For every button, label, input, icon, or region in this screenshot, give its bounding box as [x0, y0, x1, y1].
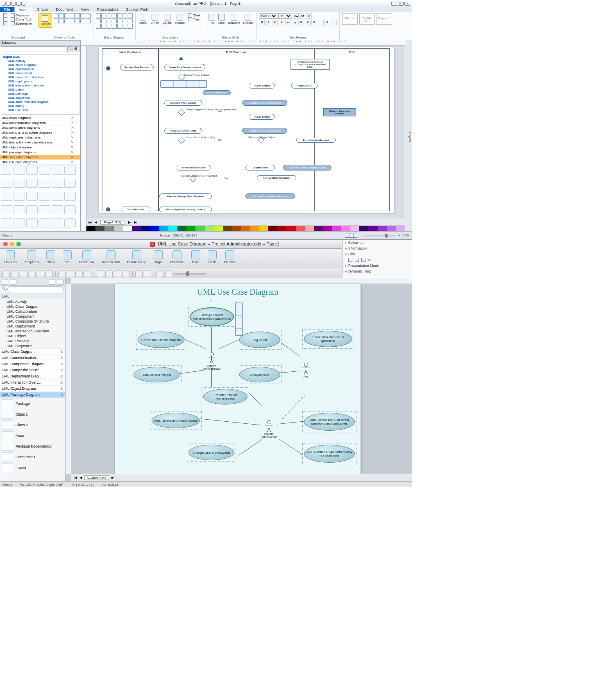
tool-c[interactable]: [64, 18, 69, 23]
tb-chain[interactable]: Chain: [46, 250, 55, 269]
close-library-icon[interactable]: ✕: [71, 126, 74, 130]
tree-root-uml[interactable]: UML: [0, 293, 65, 299]
open-library[interactable]: UML deployment diagrams✕: [0, 135, 80, 140]
conn-curve[interactable]: [105, 270, 113, 277]
shape-class1[interactable]: Class 1: [2, 410, 64, 419]
shape-actor[interactable]: Actor: [2, 431, 64, 440]
hand-tool-icon[interactable]: [345, 234, 349, 238]
align-left-button[interactable]: ≡: [298, 20, 304, 25]
palette-shape[interactable]: [64, 192, 76, 201]
close-library-icon[interactable]: ✕: [71, 141, 74, 144]
open-library[interactable]: UML use case diagrams✕: [0, 160, 80, 165]
spline-tool[interactable]: [75, 270, 83, 277]
palette-shape[interactable]: [26, 166, 38, 175]
text-tool[interactable]: [45, 270, 53, 277]
library-tree-item[interactable]: UML composite structure: [1, 75, 79, 80]
tb-reverse-link[interactable]: Reverse link: [102, 250, 120, 269]
openlib-item-active[interactable]: UML Package Diagram⊗: [0, 391, 65, 398]
close-lib-icon[interactable]: ⊗: [60, 356, 64, 360]
tool-text[interactable]: [86, 13, 91, 18]
tb-identical[interactable]: Identical: [224, 250, 236, 269]
tab-solution-park[interactable]: Solution Park: [122, 7, 152, 12]
usecase[interactable]: Transfer Project Administrator: [203, 389, 247, 405]
library-tree-item[interactable]: UML state machine diagram: [1, 100, 79, 104]
panel-tab-grid-icon[interactable]: [10, 279, 16, 285]
font-size-select[interactable]: 11: [278, 13, 292, 19]
activity-node[interactable]: Invoke SnapIn: [249, 114, 275, 120]
actor[interactable]: Project Administrator: [261, 420, 277, 438]
basicshape[interactable]: [123, 24, 127, 29]
vt-link-icon[interactable]: [236, 316, 242, 322]
inspector-information[interactable]: ▸Information: [343, 245, 412, 251]
shrink-font-button[interactable]: A▾: [300, 13, 305, 19]
activity-node[interactable]: Generate Page Content: [164, 100, 202, 106]
tool-line[interactable]: [54, 13, 59, 18]
usecase[interactable]: Edit Default Project: [134, 367, 180, 382]
super-button[interactable]: x²: [285, 20, 291, 25]
cursor-tool[interactable]: [2, 270, 10, 277]
library-tree-item[interactable]: UML package: [1, 92, 79, 96]
activity-node[interactable]: Interpolate SnapIn Data: [164, 128, 202, 134]
mac-minimize-button[interactable]: [10, 242, 14, 246]
activity-node[interactable]: Create PageContext Instance: [164, 64, 205, 70]
inspector-presentation[interactable]: ▸Presentation Mode: [343, 263, 412, 268]
usecase[interactable]: Add, Combine, Split and Modify risk ques…: [304, 445, 355, 463]
italic-button[interactable]: I: [266, 20, 271, 25]
style-simple[interactable]: Simple text: [377, 13, 392, 25]
open-library[interactable]: UML composite structure diagrams✕: [0, 130, 80, 135]
line-weight-icon[interactable]: [355, 258, 359, 262]
arc-tool[interactable]: [67, 270, 74, 277]
vt-top-icon[interactable]: [236, 302, 242, 309]
library-tree-item[interactable]: UML deployment: [1, 80, 79, 84]
shape-pkg-dep[interactable]: Package Dependency: [2, 442, 64, 451]
panel-tab-sort-icon[interactable]: [49, 279, 55, 285]
tb-templates[interactable]: Templates: [24, 250, 39, 269]
strike-button[interactable]: S: [279, 20, 284, 25]
palette-shape[interactable]: [52, 166, 63, 175]
tree-item[interactable]: UML Package: [0, 339, 65, 343]
spline-connector-button[interactable]: Spline: [162, 13, 172, 25]
note-node[interactable]: A PageContext instance corresponds to on…: [290, 59, 330, 70]
palette-shape[interactable]: [14, 192, 25, 201]
maximize-button[interactable]: ☐: [398, 2, 404, 6]
tool-e[interactable]: [75, 18, 80, 23]
tb-tree[interactable]: Tree: [63, 250, 72, 269]
eyedropper-button[interactable]: Eyedropper: [10, 21, 33, 25]
open-library[interactable]: UML interaction overview diagrams✕: [0, 140, 80, 145]
close-library-icon[interactable]: ✕: [71, 121, 74, 125]
library-search-input[interactable]: [1, 46, 66, 52]
shape-class2[interactable]: Class 2: [2, 420, 64, 430]
activity-node[interactable]: Invoke Menu Renderer: [177, 165, 211, 170]
basicshape[interactable]: [107, 13, 111, 18]
library-tree-item[interactable]: UML collaboration: [1, 67, 79, 71]
tool-d[interactable]: [70, 18, 75, 23]
zoom-slider[interactable]: [363, 235, 396, 236]
line-style-icon[interactable]: [361, 258, 365, 262]
zoom-in-btn[interactable]: [165, 270, 172, 277]
close-library-icon[interactable]: ✕: [71, 136, 74, 139]
mac-close-button[interactable]: [3, 242, 8, 246]
usecase[interactable]: Change User's passwords: [188, 445, 234, 460]
inspector-help[interactable]: ▸Dynamic Help: [343, 268, 412, 274]
usecase[interactable]: Analyse data: [239, 367, 280, 382]
close-lib-icon[interactable]: ⊗: [60, 362, 64, 366]
tree-item[interactable]: UML Collaboration: [0, 309, 65, 314]
openlib-item[interactable]: UML Communication...⊗: [0, 355, 65, 361]
basicshape[interactable]: [101, 24, 106, 29]
palette-shape[interactable]: [1, 192, 12, 201]
close-lib-icon[interactable]: ⊗: [60, 350, 64, 354]
ft-round-icon[interactable]: [174, 81, 180, 87]
ft-more-icon[interactable]: [200, 81, 206, 87]
palette-shape[interactable]: [52, 218, 63, 227]
palette-shape[interactable]: [26, 192, 38, 201]
open-library[interactable]: UML object diagrams✕: [0, 145, 80, 150]
grow-font-button[interactable]: A▴: [293, 13, 299, 19]
round-corners-button[interactable]: Round: [242, 13, 254, 25]
tool-rect[interactable]: [75, 13, 80, 18]
library-tree-item[interactable]: UML sequence: [1, 96, 79, 100]
copy-button[interactable]: [2, 17, 8, 21]
palette-shape[interactable]: [39, 218, 50, 227]
open-library[interactable]: UML class diagrams✕: [0, 116, 80, 120]
tb-rotate-flip[interactable]: Rotate & Flip: [127, 250, 146, 269]
basicshape[interactable]: [128, 13, 133, 18]
